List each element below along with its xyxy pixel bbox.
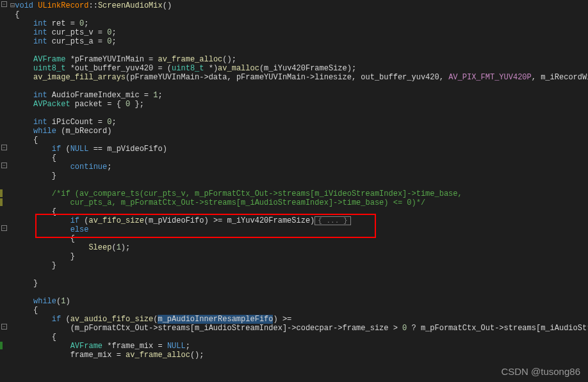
change-marker [0, 198, 3, 206]
commented-if: cur_pts_a, m_pFormatCtx_Out->streams[m_i… [52, 198, 425, 207]
gutter: − − − − − [0, 0, 10, 382]
fold-icon[interactable]: − [1, 163, 7, 168]
fold-icon[interactable]: − [1, 1, 7, 7]
change-marker [0, 342, 3, 349]
highlight-box [35, 214, 376, 238]
change-marker [0, 189, 3, 197]
method-name: ScreenAudioMix [98, 1, 163, 10]
commented-if: /*if (av_compare_ts(cur_pts_v, m_pFormat… [52, 189, 462, 198]
keyword: void [15, 1, 33, 10]
code-editor[interactable]: ⊟void ULinkRecord::ScreenAudioMix() { in… [10, 0, 588, 360]
fold-icon[interactable]: − [1, 324, 7, 330]
fold-icon[interactable]: − [1, 145, 7, 150]
watermark: CSDN @tusong86 [501, 366, 580, 377]
selection: m_pAudioInnerResampleFifo [158, 315, 273, 324]
fold-icon[interactable]: − [1, 225, 7, 231]
class-name: ULinkRecord [38, 1, 88, 10]
